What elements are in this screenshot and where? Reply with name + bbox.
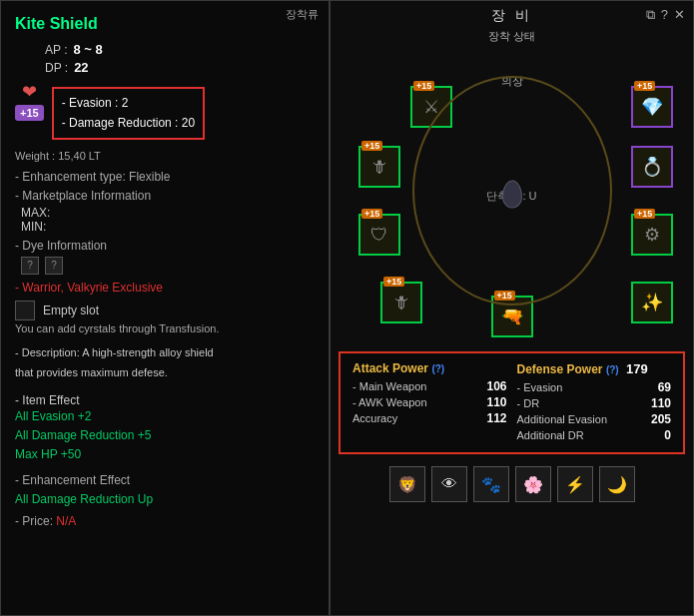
add-dr-value: 0 bbox=[641, 428, 671, 442]
bottom-icon-6[interactable]: 🌙 bbox=[599, 466, 635, 502]
close-icon[interactable]: ✕ bbox=[674, 7, 685, 23]
accuracy-row: Accuracy 112 bbox=[352, 411, 507, 425]
item-name: Kite Shield bbox=[15, 15, 315, 33]
item-icon-top-left: ⚔ bbox=[423, 96, 439, 118]
dr-value: 110 bbox=[641, 396, 671, 410]
enchant-mid-right-mid: +15 bbox=[634, 209, 655, 219]
eq-slot-bot-left[interactable]: +15 🗡 bbox=[380, 282, 422, 323]
main-weapon-value: 106 bbox=[477, 379, 507, 393]
ap-label: AP : bbox=[45, 42, 67, 59]
item-icon-bot-mid: 🔫 bbox=[501, 306, 523, 327]
evasion-line1: - Evasion : 2 bbox=[62, 94, 195, 113]
evasion-line2: - Damage Reduction : 20 bbox=[62, 114, 195, 133]
bottom-icon-4[interactable]: 🌸 bbox=[515, 466, 551, 502]
awk-weapon-label: - AWK Weapon bbox=[352, 396, 427, 408]
bottom-icon-2[interactable]: 👁 bbox=[431, 466, 467, 502]
item-icon-mid-left-mid: 🛡 bbox=[370, 225, 388, 246]
main-weapon-label: - Main Weapon bbox=[352, 380, 426, 392]
marketplace-header: - Marketplace Information bbox=[15, 189, 315, 203]
eq-slot-mid-left-mid[interactable]: +15 🛡 bbox=[358, 214, 400, 256]
enchant-mid-left-top: +15 bbox=[361, 141, 382, 151]
item-icon-bot-left: 🗡 bbox=[392, 293, 410, 313]
enchant-bot-left: +15 bbox=[383, 277, 404, 287]
item-icon-bot-right: ✨ bbox=[641, 292, 663, 313]
stats-block: AP : 8 ~ 8 DP : 22 bbox=[45, 41, 315, 77]
eq-slot-mid-right-mid[interactable]: +15 ⚙ bbox=[631, 214, 673, 256]
bottom-icons: 🦁 👁 🐾 🌸 ⚡ 🌙 bbox=[389, 460, 635, 508]
eq-slot-top-left[interactable]: +15 ⚔ bbox=[410, 86, 452, 128]
dye-icons: ? ? bbox=[21, 257, 315, 275]
enchant-top-right: +15 bbox=[634, 81, 655, 91]
stats-grid: Attack Power (?) - Main Weapon 106 - AWK… bbox=[352, 361, 671, 444]
ap-value: 8 ~ 8 bbox=[73, 41, 102, 59]
accuracy-label: Accuracy bbox=[352, 412, 397, 424]
attack-power-title: Attack Power (?) bbox=[352, 361, 507, 375]
effect2: All Damage Reduction +5 bbox=[15, 426, 315, 445]
awk-weapon-value: 110 bbox=[477, 395, 507, 409]
bottom-icon-3[interactable]: 🐾 bbox=[473, 466, 509, 502]
enhancement-effect-header: - Enhancement Effect bbox=[15, 473, 315, 487]
min-row: MIN: bbox=[21, 220, 315, 234]
clothing-label: 의상 bbox=[501, 74, 523, 89]
enchant-heart-badge: ❤ +15 bbox=[15, 81, 44, 121]
dye-icon-1[interactable]: ? bbox=[21, 257, 39, 275]
wheel-center-drop bbox=[502, 181, 522, 209]
header-icons: ⧉ ? ✕ bbox=[646, 7, 685, 23]
awk-weapon-row: - AWK Weapon 110 bbox=[352, 395, 507, 409]
dp-line: DP : 22 bbox=[45, 59, 315, 77]
weight-text: Weight : 15,40 LT bbox=[15, 150, 315, 162]
item-effect-header: - Item Effect bbox=[15, 393, 315, 407]
eq-slot-bot-right[interactable]: ✨ bbox=[631, 282, 673, 323]
evasion-value: 69 bbox=[641, 380, 671, 394]
eq-slot-bot-mid[interactable]: +15 🔫 bbox=[491, 296, 533, 337]
accuracy-value: 112 bbox=[477, 411, 507, 425]
eq-slot-mid-left-top[interactable]: +15 🗡 bbox=[358, 146, 400, 188]
main-weapon-row: - Main Weapon 106 bbox=[352, 379, 507, 393]
dye-icon-2[interactable]: ? bbox=[45, 257, 63, 275]
description-text: that provides maximum defese. bbox=[15, 364, 315, 381]
expand-icon[interactable]: ⧉ bbox=[646, 7, 655, 23]
enhancement-type: - Enhancement type: Flexible bbox=[15, 170, 315, 184]
enchant-mid-left-mid: +15 bbox=[361, 209, 382, 219]
evasion-box: - Evasion : 2 - Damage Reduction : 20 bbox=[52, 87, 205, 139]
eq-slot-top-right[interactable]: +15 💎 bbox=[631, 86, 673, 128]
enchant-badge: +15 bbox=[15, 105, 44, 121]
bottom-icon-5[interactable]: ⚡ bbox=[557, 466, 593, 502]
price-value: N/A bbox=[56, 514, 76, 528]
transfusion-text: You can add cyrstals through Transfusion… bbox=[15, 322, 315, 334]
price-row: - Price: N/A bbox=[15, 514, 315, 528]
dp-value: 22 bbox=[74, 59, 88, 77]
dr-row: - DR 110 bbox=[517, 396, 672, 410]
add-dr-label: Additional DR bbox=[517, 429, 584, 441]
enhancement-effect: All Damage Reduction Up bbox=[15, 490, 315, 509]
item-icon-top-right: 💎 bbox=[641, 96, 663, 118]
effect1: All Evasion +2 bbox=[15, 407, 315, 426]
bottom-icon-1[interactable]: 🦁 bbox=[389, 466, 425, 502]
ap-line: AP : 8 ~ 8 bbox=[45, 41, 315, 59]
help-icon[interactable]: ? bbox=[661, 7, 668, 23]
evasion-label: - Evasion bbox=[517, 381, 563, 393]
eq-slot-mid-right-top[interactable]: 💍 bbox=[631, 146, 673, 188]
equip-status-label: 장착 상태 bbox=[488, 29, 535, 44]
evasion-row: - Evasion 69 bbox=[517, 380, 672, 394]
category-label: 장착류 bbox=[286, 7, 319, 22]
enchant-top-left: +15 bbox=[413, 81, 434, 91]
item-icon-mid-left-top: 🗡 bbox=[370, 157, 388, 178]
crystal-slot[interactable] bbox=[15, 301, 35, 320]
dr-label: - DR bbox=[517, 397, 540, 409]
stats-box: Attack Power (?) - Main Weapon 106 - AWK… bbox=[339, 351, 685, 454]
description-header: - Description: A high-strength alloy shi… bbox=[15, 344, 315, 361]
weight-value: 15,40 LT bbox=[58, 150, 101, 162]
price-header: - Price: bbox=[15, 514, 53, 528]
add-dr-row: Additional DR 0 bbox=[517, 428, 672, 442]
empty-slot-row: Empty slot bbox=[15, 301, 315, 320]
max-row: MAX: bbox=[21, 206, 315, 220]
defense-power-value: 179 bbox=[626, 361, 648, 376]
defense-power-col: Defense Power (?) 179 - Evasion 69 - DR … bbox=[517, 361, 672, 444]
weight-label: Weight : bbox=[15, 150, 55, 162]
dp-label: DP : bbox=[45, 60, 68, 77]
add-evasion-row: Additional Evasion 205 bbox=[517, 412, 672, 426]
left-panel: 장착류 Kite Shield AP : 8 ~ 8 DP : 22 ❤ +15… bbox=[0, 0, 330, 616]
add-evasion-label: Additional Evasion bbox=[517, 413, 608, 425]
exclusive-text: - Warrior, Valkyrie Exclusive bbox=[15, 281, 315, 295]
